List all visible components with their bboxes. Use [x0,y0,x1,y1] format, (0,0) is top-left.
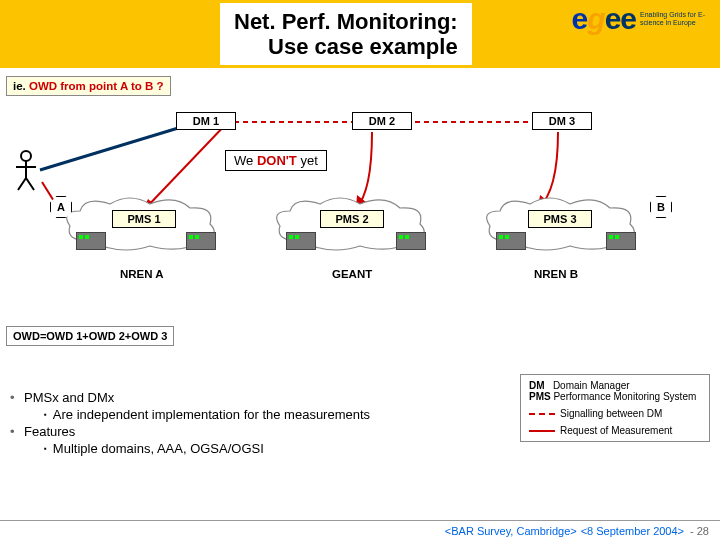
router-icon [186,232,216,250]
legend-sig-text: Signalling between DM [560,408,662,419]
svg-line-0 [40,122,198,170]
router-icon [396,232,426,250]
bullet-2-sub: Multiple domains, AAA, OGSA/OGSI [53,441,264,456]
title-box: Net. Perf. Monitoring: Use case example [220,3,472,66]
title-line-1: Net. Perf. Monitoring: [234,9,458,34]
dm-1-label: DM 1 [193,115,219,127]
bullet-1: PMSx and DMx [24,390,114,405]
router-icon [606,232,636,250]
legend-box: DM Domain Manager PMS Performance Monito… [520,374,710,442]
endpoint-b-label: B [657,201,665,213]
pms-1-label: PMS 1 [127,213,160,225]
bullet-list: •PMSx and DMx ▪Are independent implement… [10,390,520,458]
callout-main: OWD from point A to B ? [29,80,164,92]
overlay-pre: We [234,153,257,168]
overlay-post: yet [297,153,318,168]
router-icon [496,232,526,250]
endpoint-a: A [50,196,72,218]
footer-page: - 28 [690,525,709,537]
legend-req-text: Request of Measurement [560,425,672,436]
bullet-1-sub: Are independent implementation for the m… [53,407,370,422]
dont-yet-overlay: We DON'T yet [225,150,327,171]
pms-3-box: PMS 3 [528,210,592,228]
diagram-area: DM 1 DM 2 DM 3 We DON'T yet PMS 1 PMS 2 … [0,92,720,322]
footer-bar: <BAR Survey, Cambridge> <8 September 200… [0,520,720,540]
user-icon [12,150,40,196]
owd-formula: OWD=OWD 1+OWD 2+OWD 3 [13,330,167,342]
svg-point-10 [21,151,31,161]
footer-survey: <BAR Survey, Cambridge> [445,525,577,537]
dm-1-box: DM 1 [176,112,236,130]
owd-formula-box: OWD=OWD 1+OWD 2+OWD 3 [6,326,174,346]
pms-2-box: PMS 2 [320,210,384,228]
title-line-2: Use case example [268,34,458,59]
legend-dm: DM Domain Manager [529,380,701,391]
dm-2-box: DM 2 [352,112,412,130]
endpoint-a-label: A [57,201,65,213]
nren-b-label: NREN B [534,268,578,280]
router-icon [76,232,106,250]
dm-2-label: DM 2 [369,115,395,127]
geant-label: GEANT [332,268,372,280]
pms-3-label: PMS 3 [543,213,576,225]
nren-a-label: NREN A [120,268,164,280]
overlay-dont: DON'T [257,153,297,168]
solid-line-icon [529,430,555,432]
page-title: Net. Perf. Monitoring: Use case example [234,9,458,60]
callout-prefix: ie. [13,80,29,92]
logo-tagline: Enabling Grids for E-science in Europe [640,11,712,26]
dm-3-label: DM 3 [549,115,575,127]
dashed-line-icon [529,413,555,415]
logo-glyph: egee [572,2,636,36]
svg-line-13 [18,178,26,190]
dm-3-box: DM 3 [532,112,592,130]
legend-pms: PMS Performance Monitoring System [529,391,701,402]
endpoint-b: B [650,196,672,218]
footer-date: <8 September 2004> [581,525,684,537]
legend-signalling: Signalling between DM [529,408,701,419]
header-bar: Net. Perf. Monitoring: Use case example … [0,0,720,68]
legend-request: Request of Measurement [529,425,701,436]
router-icon [286,232,316,250]
bullet-2: Features [24,424,75,439]
pms-1-box: PMS 1 [112,210,176,228]
egee-logo: egee Enabling Grids for E-science in Eur… [572,2,712,36]
svg-line-14 [26,178,34,190]
pms-2-label: PMS 2 [335,213,368,225]
